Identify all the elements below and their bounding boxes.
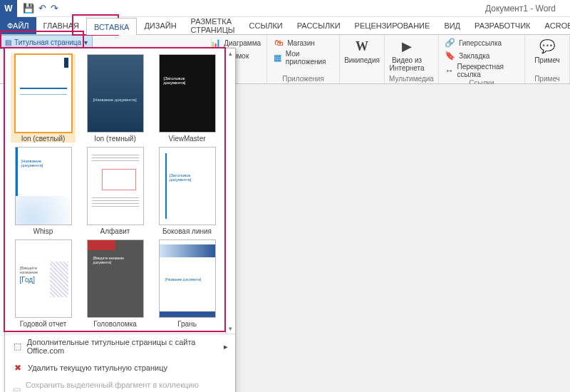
online-video-label: Видео из Интернета [389,56,425,72]
tab-view[interactable]: ВИД [437,17,467,34]
gallery-item-label: Алфавит [100,227,130,235]
wikipedia-icon: W [353,38,370,55]
tab-acrobat[interactable]: ACROBAT [538,17,571,34]
ribbon-tabs: ФАЙЛ ГЛАВНАЯ ВСТАВКА ДИЗАЙН РАЗМЕТКА СТР… [0,17,570,34]
gallery-item-label: Whisp [33,227,53,235]
comment-label: Примеч [534,56,560,64]
tab-design[interactable]: ДИЗАЙН [137,17,183,34]
gallery-item-puzzle[interactable]: [Введите названиедокумента] Головоломка [83,239,147,328]
gallery-item-label: Ion (светлый) [21,135,66,143]
footer-save-label: Сохранить выделенный фрагмент в коллекци… [26,381,228,392]
gallery-item-label: Годовой отчет [20,320,67,328]
hyperlink-label: Гиперссылка [459,39,502,47]
media-group-label: Мультимедиа [389,75,434,83]
cover-page-gallery: Ion (светлый) [Название документа] Ion (… [4,48,236,392]
chart-icon: 📊 [209,37,221,48]
gallery-item-ion-light[interactable]: Ion (светлый) [11,54,76,143]
redo-icon[interactable]: ↷ [51,3,58,14]
gallery-item-ion-dark[interactable]: [Название документа] Ion (темный) [83,54,147,143]
chart-label: Диаграмма [224,39,261,47]
bookmark-icon: 🔖 [445,50,456,61]
remove-icon: ✖ [12,362,24,373]
save-selection-button: ▭ Сохранить выделенный фрагмент в коллек… [5,377,235,392]
scroll-down-icon[interactable]: ▾ [229,325,232,332]
save-selection-icon: ▭ [12,383,21,392]
tab-review[interactable]: РЕЦЕНЗИРОВАНИЕ [348,17,437,34]
wikipedia-group: W Википедия [340,35,385,83]
tab-insert[interactable]: ВСТАВКА [86,18,137,35]
document-area[interactable] [239,84,570,392]
chevron-right-icon: ▸ [224,342,228,351]
link-icon: 🔗 [445,37,456,48]
store-icon: 🛍 [273,37,284,48]
gallery-item-label: Ion (темный) [94,135,136,143]
tab-layout[interactable]: РАЗМЕТКА СТРАНИЦЫ [184,17,242,34]
save-icon[interactable]: 💾 [23,3,34,14]
footer-more-label: Дополнительные титульные страницы с сайт… [27,338,219,355]
gallery-item-label: Грань [177,320,197,328]
my-apps-button[interactable]: ▦Мои приложения [271,49,335,66]
apps-icon: ▦ [273,52,283,63]
comment-icon: 💬 [539,38,556,55]
online-video-button[interactable]: ▶ Видео из Интернета [389,36,425,72]
tab-references[interactable]: ССЫЛКИ [242,17,290,34]
apps-group: 🛍Магазин ▦Мои приложения Приложения [267,35,340,83]
my-apps-label: Мои приложения [286,50,333,66]
tab-home[interactable]: ГЛАВНАЯ [36,17,86,34]
comments-group-label: Примеч [529,75,565,83]
tab-mailings[interactable]: РАССЫЛКИ [290,17,348,34]
media-group: ▶ Видео из Интернета Мультимедиа [385,35,439,83]
tab-file[interactable]: ФАЙЛ [0,17,36,34]
video-icon: ▶ [398,38,415,55]
chevron-down-icon: ▾ [84,38,88,46]
comment-button[interactable]: 💬 Примеч [529,36,565,64]
wikipedia-label: Википедия [344,56,380,64]
cover-page-label: Титульная страница [14,38,81,46]
comments-group: 💬 Примеч Примеч [525,35,570,83]
gallery-item-annual-report[interactable]: [Введитеназвание[Год] Годовой отчет [11,239,76,328]
hyperlink-button[interactable]: 🔗Гиперссылка [443,36,520,49]
gallery-item-sideline[interactable]: [Заголовокдокумента] Боковая линия [155,147,219,235]
tab-developer[interactable]: РАЗРАБОТЧИК [467,17,537,34]
apps-group-label: Приложения [271,75,335,83]
cover-page-button[interactable]: ▤ Титульная страница ▾ [0,35,93,49]
gallery-item-label: ViewMaster [168,135,205,143]
gallery-grid: Ion (светлый) [Название документа] Ion (… [5,48,225,334]
gallery-footer: ⬚ Дополнительные титульные страницы с са… [5,334,235,392]
gallery-scrollbar[interactable]: ▴ ▾ [225,48,235,334]
gallery-item-label: Боковая линия [162,227,212,235]
store-label: Магазин [287,39,315,47]
bookmark-button[interactable]: 🔖Закладка [443,49,520,62]
scroll-up-icon[interactable]: ▴ [229,50,232,57]
store-button[interactable]: 🛍Магазин [271,36,335,49]
crossref-icon: ↔ [445,65,455,76]
gallery-item-facet[interactable]: [Название документа] Грань [155,239,219,328]
gallery-item-alphabet[interactable]: Алфавит [83,147,147,235]
crossref-label: Перекрестная ссылка [457,63,519,78]
title-bar: W 💾 ↶ ↷ Документ1 - Word [0,0,570,17]
document-title: Документ1 - Word [485,4,556,14]
more-from-office-button[interactable]: ⬚ Дополнительные титульные страницы с са… [5,334,235,359]
word-app-icon: W [0,0,17,17]
undo-icon[interactable]: ↶ [38,3,46,14]
remove-cover-page-button[interactable]: ✖ Удалить текущую титульную страницу [5,359,235,377]
wikipedia-button[interactable]: W Википедия [344,36,380,64]
page-icon: ▤ [5,38,11,46]
quick-access-toolbar: 💾 ↶ ↷ [20,3,61,14]
bookmark-label: Закладка [459,52,489,60]
gallery-item-label: Головоломка [93,320,137,328]
office-icon: ⬚ [12,341,23,352]
footer-remove-label: Удалить текущую титульную страницу [28,363,167,372]
crossref-button[interactable]: ↔Перекрестная ссылка [443,62,520,79]
links-group: 🔗Гиперссылка 🔖Закладка ↔Перекрестная ссы… [439,35,525,83]
gallery-item-viewmaster[interactable]: [Заголовокдокумента] ViewMaster [155,54,219,143]
gallery-item-whisp[interactable]: [Названиедокумента] Whisp [11,147,76,235]
